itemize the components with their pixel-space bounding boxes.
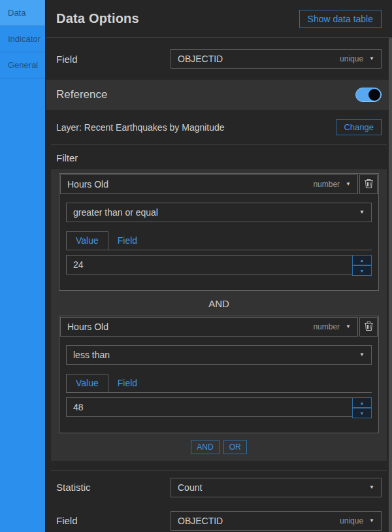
field-row-bottom: Field OBJECTID unique ▼	[46, 504, 392, 532]
data-options-panel: Data Indicator General Data Options Show…	[0, 0, 392, 532]
condition-2-value-input[interactable]: 48 ▲ ▼	[66, 397, 372, 417]
trash-icon	[364, 321, 374, 333]
condition-1-delete-button[interactable]	[359, 175, 378, 194]
trash-icon	[364, 178, 374, 191]
panel-header: Data Options Show data table	[46, 0, 392, 38]
field-row-top: Field OBJECTID unique ▼	[46, 38, 392, 80]
filter-condition-card-2: Hours Old number ▼ less than	[59, 316, 379, 433]
condition-2-header: Hours Old number ▼	[59, 316, 378, 337]
statistic-select[interactable]: Count ▼	[171, 478, 382, 497]
field-type-badge: unique	[340, 516, 363, 525]
change-layer-button[interactable]: Change	[336, 119, 382, 135]
condition-1-value-input[interactable]: 24 ▲ ▼	[66, 255, 372, 274]
page-title: Data Options	[56, 11, 139, 26]
condition-2-field-type-badge: number	[313, 322, 340, 331]
toggle-knob	[368, 89, 380, 101]
field-select[interactable]: OBJECTID unique ▼	[171, 49, 382, 69]
condition-2-delete-button[interactable]	[359, 317, 378, 337]
main-panel: Data Options Show data table Field OBJEC…	[46, 0, 392, 532]
condition-1-body: greater than or equal ▼ Value Field 24 ▲…	[59, 195, 378, 290]
sidebar-tab-general[interactable]: General	[0, 52, 45, 78]
show-data-table-button[interactable]: Show data table	[299, 10, 382, 28]
condition-2-tabs: Value Field	[66, 374, 372, 393]
chevron-down-icon: ▼	[359, 352, 365, 357]
add-condition-row: AND OR	[59, 433, 379, 456]
condition-2-field-select[interactable]: Hours Old number ▼	[60, 317, 358, 337]
sidebar-tab-data[interactable]: Data	[0, 0, 45, 26]
chevron-down-icon: ▼	[369, 518, 374, 524]
condition-1-spinners: ▲ ▼	[352, 255, 372, 276]
statistic-row: Statistic Count ▼	[46, 471, 392, 504]
condition-1-tab-value[interactable]: Value	[66, 231, 108, 250]
condition-1-operator-value: greater than or equal	[73, 207, 359, 218]
add-or-condition-button[interactable]: OR	[223, 440, 247, 454]
condition-2-tab-value[interactable]: Value	[66, 374, 108, 392]
condition-2-operator-select[interactable]: less than ▼	[66, 345, 372, 365]
filter-condition-card-1: Hours Old number ▼ greater th	[59, 173, 379, 291]
field-select-value: OBJECTID	[178, 54, 340, 64]
filter-section-label: Filter	[46, 145, 392, 169]
condition-1-tabs: Value Field	[66, 231, 372, 250]
increment-button[interactable]: ▲	[352, 397, 372, 408]
condition-2-value: 48	[73, 402, 84, 412]
condition-2-tab-field[interactable]: Field	[108, 374, 146, 392]
condition-2-body: less than ▼ Value Field 48 ▲ ▼	[59, 337, 378, 433]
condition-2-operator-value: less than	[73, 350, 359, 360]
reference-toggle[interactable]	[355, 88, 382, 102]
field-type-badge: unique	[340, 54, 363, 63]
sidebar-tab-indicator-label: Indicator	[8, 34, 41, 44]
add-and-condition-button[interactable]: AND	[191, 440, 219, 454]
condition-1-header: Hours Old number ▼	[59, 174, 378, 195]
condition-1-field-type-badge: number	[313, 180, 340, 189]
chevron-down-icon: ▼	[346, 182, 351, 187]
sidebar: Data Indicator General	[0, 0, 46, 532]
statistic-field-value: OBJECTID	[178, 516, 340, 526]
condition-1-value: 24	[73, 259, 84, 270]
statistic-select-value: Count	[178, 482, 369, 493]
chevron-down-icon: ▼	[369, 485, 374, 490]
statistic-label: Statistic	[56, 482, 91, 493]
layer-row: Layer: Recent Earthquakes by Magnitude C…	[46, 110, 392, 144]
filter-connector-label: AND	[59, 291, 379, 316]
reference-section-bar: Reference	[46, 80, 392, 110]
condition-1-field-value: Hours Old	[67, 179, 313, 190]
chevron-down-icon: ▼	[359, 210, 365, 215]
condition-1-tab-field[interactable]: Field	[108, 231, 146, 250]
field-label: Field	[56, 54, 78, 65]
increment-button[interactable]: ▲	[352, 255, 372, 265]
filter-panel: Hours Old number ▼ greater th	[51, 169, 387, 461]
statistic-field-select[interactable]: OBJECTID unique ▼	[171, 511, 382, 531]
reference-label: Reference	[56, 88, 107, 101]
condition-2-spinners: ▲ ▼	[352, 397, 372, 418]
vertical-scrollbar[interactable]	[389, 38, 392, 532]
sidebar-spacer	[0, 78, 45, 532]
decrement-button[interactable]: ▼	[352, 265, 372, 276]
chevron-down-icon: ▼	[346, 324, 351, 329]
layer-name-label: Layer: Recent Earthquakes by Magnitude	[56, 122, 225, 133]
decrement-button[interactable]: ▼	[352, 408, 372, 418]
condition-1-operator-select[interactable]: greater than or equal ▼	[66, 203, 372, 222]
sidebar-tab-indicator[interactable]: Indicator	[0, 26, 45, 52]
sidebar-tab-general-label: General	[8, 60, 38, 70]
chevron-down-icon: ▼	[369, 56, 374, 61]
field-label: Field	[56, 515, 78, 526]
condition-2-field-value: Hours Old	[67, 322, 313, 332]
condition-1-field-select[interactable]: Hours Old number ▼	[60, 175, 358, 194]
sidebar-tab-data-label: Data	[8, 8, 25, 18]
